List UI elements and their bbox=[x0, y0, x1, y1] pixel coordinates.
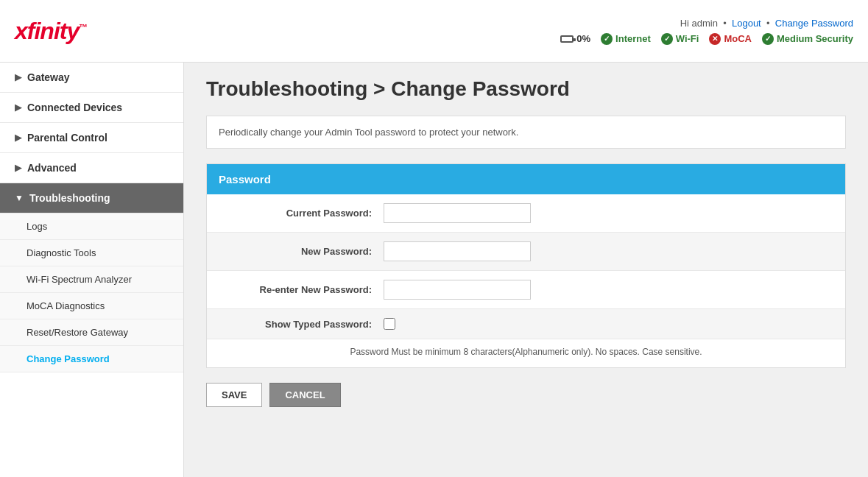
cancel-button[interactable]: CANCEL bbox=[269, 383, 340, 407]
logout-link[interactable]: Logout bbox=[732, 18, 761, 29]
logo-area: xfinity™ bbox=[15, 18, 87, 45]
sidebar-item-label: Troubleshooting bbox=[29, 192, 110, 204]
wifi-status: ✓ Wi-Fi bbox=[661, 33, 699, 45]
section-header: Password bbox=[207, 164, 845, 194]
sidebar-item-label: Gateway bbox=[27, 71, 70, 83]
sidebar-item-connected-devices[interactable]: ▶ Connected Devices bbox=[0, 93, 183, 123]
sidebar-item-label: Connected Devices bbox=[27, 102, 122, 113]
header: xfinity™ Hi admin • Logout • Change Pass… bbox=[0, 0, 868, 63]
submenu-change-password[interactable]: Change Password bbox=[0, 346, 183, 372]
sidebar-item-gateway[interactable]: ▶ Gateway bbox=[0, 63, 183, 93]
internet-label: Internet bbox=[615, 33, 651, 44]
sidebar-item-label: Advanced bbox=[27, 162, 77, 174]
sidebar-item-label: Parental Control bbox=[27, 132, 107, 144]
status-bar: 0% ✓ Internet ✓ Wi-Fi ✕ MoCA ✓ Medium Se… bbox=[560, 33, 853, 45]
xfinity-logo: xfinity™ bbox=[15, 18, 87, 45]
new-password-input[interactable] bbox=[384, 241, 531, 261]
sidebar-item-advanced[interactable]: ▶ Advanced bbox=[0, 153, 183, 183]
show-password-label: Show Typed Password: bbox=[222, 319, 384, 330]
security-ok-icon: ✓ bbox=[762, 33, 774, 45]
layout: ▶ Gateway ▶ Connected Devices ▶ Parental… bbox=[0, 63, 868, 477]
wifi-ok-icon: ✓ bbox=[661, 33, 673, 45]
security-label: Medium Security bbox=[777, 33, 853, 44]
advanced-arrow-icon: ▶ bbox=[15, 163, 21, 173]
current-password-input[interactable] bbox=[384, 203, 531, 223]
submenu-logs[interactable]: Logs bbox=[0, 213, 183, 240]
submenu-wifi-spectrum[interactable]: Wi-Fi Spectrum Analyzer bbox=[0, 266, 183, 293]
internet-status: ✓ Internet bbox=[601, 33, 651, 45]
troubleshooting-submenu: Logs Diagnostic Tools Wi-Fi Spectrum Ana… bbox=[0, 213, 183, 372]
current-password-label: Current Password: bbox=[222, 208, 384, 219]
password-section: Password Current Password: New Password:… bbox=[206, 163, 846, 368]
header-right: Hi admin • Logout • Change Password 0% ✓… bbox=[560, 18, 853, 45]
sidebar: ▶ Gateway ▶ Connected Devices ▶ Parental… bbox=[0, 63, 184, 477]
page-title: Troubleshooting > Change Password bbox=[206, 77, 846, 101]
gateway-arrow-icon: ▶ bbox=[15, 72, 21, 82]
reenter-password-input[interactable] bbox=[384, 280, 531, 300]
show-password-row: Show Typed Password: bbox=[207, 309, 845, 339]
save-button[interactable]: SAVE bbox=[206, 383, 262, 407]
show-password-checkbox[interactable] bbox=[384, 318, 395, 330]
reenter-password-label: Re-enter New Password: bbox=[222, 284, 384, 295]
change-password-link[interactable]: Change Password bbox=[775, 18, 853, 29]
wifi-label: Wi-Fi bbox=[676, 33, 699, 44]
new-password-label: New Password: bbox=[222, 246, 384, 257]
battery-status: 0% bbox=[560, 33, 590, 44]
current-password-row: Current Password: bbox=[207, 194, 845, 233]
submenu-diagnostic-tools[interactable]: Diagnostic Tools bbox=[0, 240, 183, 266]
sidebar-item-troubleshooting[interactable]: ▼ Troubleshooting bbox=[0, 183, 183, 213]
internet-ok-icon: ✓ bbox=[601, 33, 613, 45]
battery-icon bbox=[560, 35, 574, 43]
submenu-moca-diagnostics[interactable]: MoCA Diagnostics bbox=[0, 293, 183, 319]
troubleshooting-arrow-icon: ▼ bbox=[15, 193, 24, 203]
moca-label: MoCA bbox=[724, 33, 752, 44]
battery-pct: 0% bbox=[576, 33, 590, 44]
button-row: SAVE CANCEL bbox=[206, 383, 846, 407]
moca-warn-icon: ✕ bbox=[709, 33, 721, 45]
main-content: Troubleshooting > Change Password Period… bbox=[184, 63, 868, 477]
user-info: Hi admin • Logout • Change Password bbox=[680, 18, 853, 29]
moca-status: ✕ MoCA bbox=[709, 33, 752, 45]
parental-control-arrow-icon: ▶ bbox=[15, 132, 21, 143]
new-password-row: New Password: bbox=[207, 233, 845, 271]
reenter-password-row: Re-enter New Password: bbox=[207, 271, 845, 309]
submenu-reset-gateway[interactable]: Reset/Restore Gateway bbox=[0, 319, 183, 346]
description-text: Periodically change your Admin Tool pass… bbox=[219, 127, 518, 138]
connected-devices-arrow-icon: ▶ bbox=[15, 102, 21, 113]
user-greeting: Hi admin bbox=[680, 18, 718, 29]
sidebar-item-parental-control[interactable]: ▶ Parental Control bbox=[0, 123, 183, 153]
password-hint: Password Must be minimum 8 characters(Al… bbox=[207, 339, 845, 367]
security-status: ✓ Medium Security bbox=[762, 33, 853, 45]
description-box: Periodically change your Admin Tool pass… bbox=[206, 116, 846, 149]
